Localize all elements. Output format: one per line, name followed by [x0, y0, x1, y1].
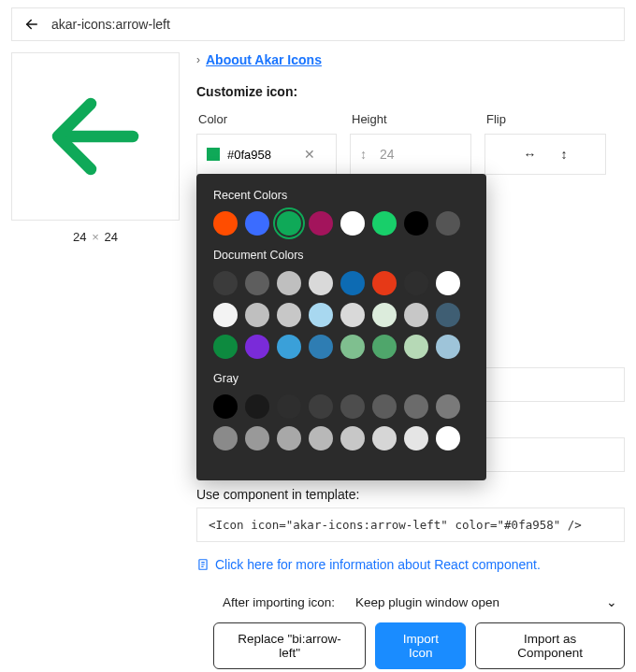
- flip-vertical-icon[interactable]: ↕: [561, 147, 568, 162]
- back-arrow-icon[interactable]: [23, 16, 40, 33]
- gray-colors-label: Gray: [213, 372, 470, 385]
- color-input[interactable]: [227, 148, 296, 162]
- flip-horizontal-icon[interactable]: ↔: [524, 147, 537, 162]
- color-swatch[interactable]: [372, 271, 397, 295]
- color-swatch[interactable]: [213, 271, 238, 295]
- color-swatch[interactable]: [213, 426, 238, 450]
- after-import-label: After importing icon:: [223, 595, 335, 609]
- color-swatch[interactable]: [340, 335, 365, 359]
- color-swatch[interactable]: [309, 303, 333, 327]
- color-swatch[interactable]: [372, 335, 397, 359]
- color-swatch[interactable]: [404, 211, 428, 236]
- after-import-value: Keep plugin window open: [355, 595, 499, 609]
- color-swatch[interactable]: [277, 211, 301, 236]
- color-swatch[interactable]: [245, 426, 269, 450]
- color-swatch[interactable]: [213, 335, 238, 359]
- document-colors-row: [213, 271, 470, 359]
- color-swatch[interactable]: [277, 303, 301, 327]
- replace-button[interactable]: Replace "bi:arrow-left": [213, 622, 366, 669]
- color-swatch[interactable]: [404, 335, 428, 359]
- color-swatch[interactable]: [340, 426, 365, 450]
- color-swatch[interactable]: [372, 394, 397, 419]
- header-title: akar-icons:arrow-left: [51, 17, 170, 32]
- import-icon-button[interactable]: Import Icon: [375, 622, 466, 669]
- color-swatch[interactable]: [340, 394, 365, 419]
- color-swatch[interactable]: [309, 211, 333, 236]
- height-label: Height: [350, 112, 471, 126]
- import-component-button[interactable]: Import as Component: [475, 622, 625, 669]
- color-swatch[interactable]: [309, 426, 333, 450]
- after-import-select[interactable]: Keep plugin window open ⌄: [355, 594, 625, 609]
- color-swatch[interactable]: [436, 271, 460, 295]
- color-swatch[interactable]: [340, 271, 365, 295]
- clear-color-icon[interactable]: ✕: [304, 147, 315, 162]
- color-picker-popup: Recent Colors Document Colors Gray: [196, 174, 486, 480]
- color-swatch[interactable]: [404, 271, 428, 295]
- color-swatch[interactable]: [436, 394, 460, 419]
- customize-title: Customize icon:: [196, 84, 625, 99]
- chevron-right-icon: ›: [196, 53, 200, 66]
- color-swatch[interactable]: [309, 394, 333, 419]
- color-swatch[interactable]: [309, 335, 333, 359]
- color-swatch[interactable]: [245, 271, 269, 295]
- about-link-row: › Aboout Akar Icons: [196, 52, 625, 67]
- gray-colors-row: [213, 394, 470, 450]
- height-value: 24: [380, 147, 395, 162]
- about-link[interactable]: Aboout Akar Icons: [206, 52, 322, 67]
- recent-colors-row: [213, 211, 470, 236]
- use-code[interactable]: [196, 508, 625, 542]
- color-swatch[interactable]: [436, 335, 460, 359]
- flip-label: Flip: [484, 112, 606, 126]
- preview-dimensions: 24 × 24: [11, 230, 180, 244]
- color-swatch[interactable]: [436, 303, 460, 327]
- color-swatch[interactable]: [277, 271, 301, 295]
- color-swatch[interactable]: [213, 394, 238, 419]
- color-swatch[interactable]: [277, 426, 301, 450]
- color-swatch-icon[interactable]: [207, 148, 220, 161]
- color-swatch[interactable]: [436, 426, 460, 450]
- color-swatch[interactable]: [245, 303, 269, 327]
- color-swatch[interactable]: [340, 303, 365, 327]
- color-swatch[interactable]: [340, 211, 365, 236]
- color-field[interactable]: ✕: [196, 134, 337, 175]
- preview-height: 24: [104, 230, 117, 244]
- react-docs-link[interactable]: Click here for more information about Re…: [215, 557, 541, 572]
- recent-colors-label: Recent Colors: [213, 189, 470, 202]
- height-arrows-icon: ↕: [360, 147, 367, 162]
- color-swatch[interactable]: [436, 211, 460, 236]
- document-colors-label: Document Colors: [213, 249, 470, 262]
- dim-x: ×: [92, 230, 99, 244]
- color-swatch[interactable]: [309, 271, 333, 295]
- use-label: Use component in template:: [196, 487, 625, 502]
- header-bar: akar-icons:arrow-left: [11, 7, 625, 41]
- color-swatch[interactable]: [213, 211, 238, 236]
- height-field[interactable]: ↕ 24: [350, 134, 471, 175]
- preview-width: 24: [73, 230, 86, 244]
- color-label: Color: [196, 112, 337, 126]
- color-swatch[interactable]: [372, 303, 397, 327]
- color-swatch[interactable]: [245, 335, 269, 359]
- color-swatch[interactable]: [245, 211, 269, 236]
- icon-preview: [11, 52, 180, 221]
- color-swatch[interactable]: [277, 335, 301, 359]
- color-swatch[interactable]: [404, 303, 428, 327]
- color-swatch[interactable]: [277, 394, 301, 419]
- color-swatch[interactable]: [372, 211, 397, 236]
- color-swatch[interactable]: [404, 394, 428, 419]
- color-swatch[interactable]: [245, 394, 269, 419]
- color-swatch[interactable]: [372, 426, 397, 450]
- document-icon: [196, 558, 210, 571]
- arrow-left-icon: [39, 80, 152, 193]
- color-swatch[interactable]: [404, 426, 428, 450]
- chevron-down-icon: ⌄: [606, 594, 617, 609]
- color-swatch[interactable]: [213, 303, 238, 327]
